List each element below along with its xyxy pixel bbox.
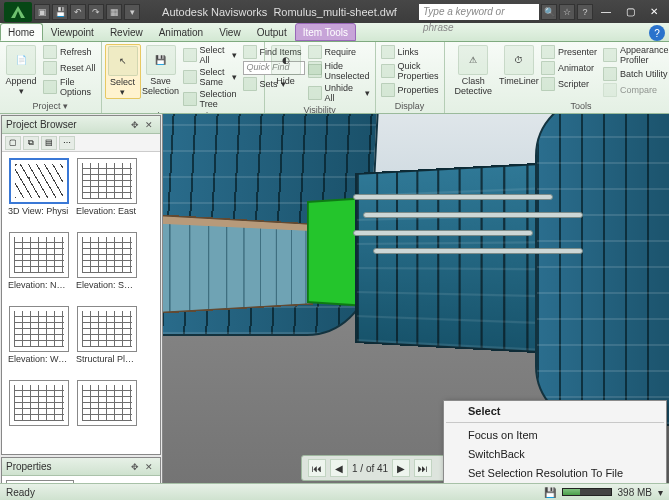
context-menu-item[interactable]: SwitchBack — [444, 444, 666, 463]
nav-prev-icon[interactable]: ◀ — [330, 459, 348, 477]
unhide-all-button[interactable]: Unhide All ▾ — [306, 82, 372, 104]
tab-home[interactable]: Home — [0, 23, 43, 41]
animator-button[interactable]: Animator — [539, 60, 599, 76]
close-button[interactable]: ✕ — [643, 4, 665, 20]
status-bar: Ready 💾 398 MB ▾ — [0, 483, 669, 500]
nav-last-icon[interactable]: ⏭ — [414, 459, 432, 477]
status-text: Ready — [6, 487, 35, 498]
file-options-button[interactable]: File Options — [41, 76, 98, 98]
context-menu-header: Select — [444, 401, 666, 420]
scripter-button[interactable]: Scripter — [539, 76, 599, 92]
window-title: Autodesk Navisworks Romulus_multi-sheet.… — [140, 6, 419, 18]
memory-text: 398 MB — [618, 487, 652, 498]
sheet-thumbnail[interactable]: Elevation: East — [76, 158, 138, 226]
nav-first-icon[interactable]: ⏮ — [308, 459, 326, 477]
refresh-button[interactable]: Refresh — [41, 44, 98, 60]
ribbon-tab-strip: Home Viewpoint Review Animation View Out… — [0, 23, 669, 42]
sheet-thumbnail[interactable]: Structural Plan… — [76, 306, 138, 374]
save-selection-button[interactable]: 💾Save Selection — [143, 44, 179, 97]
minimize-button[interactable]: — — [595, 4, 617, 20]
select-button[interactable]: ↖Select▾ — [105, 44, 141, 99]
qat-save-icon[interactable]: 💾 — [52, 4, 68, 20]
select-same-button[interactable]: Select Same ▾ — [181, 66, 239, 88]
hide-unselected-button[interactable]: Hide Unselected — [306, 60, 372, 82]
qat-undo-icon[interactable]: ↶ — [70, 4, 86, 20]
status-disk-icon: 💾 — [544, 487, 556, 498]
qat-redo-icon[interactable]: ↷ — [88, 4, 104, 20]
sheet-grid: 3D View: PhysiElevation: EastElevation: … — [2, 152, 160, 454]
compare-button[interactable]: Compare — [601, 82, 669, 98]
browser-tool-4[interactable]: ⋯ — [59, 136, 75, 150]
tab-output[interactable]: Output — [249, 23, 295, 41]
tab-viewpoint[interactable]: Viewpoint — [43, 23, 102, 41]
model-low-wing — [163, 211, 313, 317]
3d-viewport[interactable]: SelectFocus on ItemSwitchBackSet Selecti… — [163, 114, 669, 483]
ribbon-help-icon[interactable]: ? — [649, 25, 665, 41]
sheet-thumbnail[interactable]: 3D View: Physi — [8, 158, 70, 226]
quick-properties-button[interactable]: Quick Properties — [379, 60, 441, 82]
context-menu-item[interactable]: Set Selection Resolution To Layer — [444, 482, 666, 483]
tab-animation[interactable]: Animation — [151, 23, 211, 41]
properties-title: Properties — [6, 461, 52, 472]
nav-next-icon[interactable]: ▶ — [392, 459, 410, 477]
sheet-thumbnail[interactable]: Elevation: West — [8, 306, 70, 374]
clash-detective-button[interactable]: ⚠Clash Detective — [448, 44, 499, 97]
presenter-button[interactable]: Presenter — [539, 44, 599, 60]
tab-item-tools[interactable]: Item Tools — [295, 23, 356, 41]
sheet-thumbnail[interactable] — [76, 380, 138, 448]
select-all-button[interactable]: Select All ▾ — [181, 44, 239, 66]
require-button[interactable]: Require — [306, 44, 372, 60]
browser-tool-1[interactable]: ▢ — [5, 136, 21, 150]
project-browser-panel: Project Browser✥✕ ▢ ⧉ ▤ ⋯ 3D View: Physi… — [1, 115, 161, 455]
context-menu-item[interactable]: Focus on Item — [444, 425, 666, 444]
links-button[interactable]: Links — [379, 44, 441, 60]
memory-bar — [562, 488, 612, 496]
reset-all-button[interactable]: Reset All — [41, 60, 98, 76]
timeliner-button[interactable]: ⏱TimeLiner — [501, 44, 537, 87]
left-panel-column: Project Browser✥✕ ▢ ⧉ ▤ ⋯ 3D View: Physi… — [0, 114, 163, 483]
maximize-button[interactable]: ▢ — [619, 4, 641, 20]
browser-tool-3[interactable]: ▤ — [41, 136, 57, 150]
context-menu: SelectFocus on ItemSwitchBackSet Selecti… — [443, 400, 667, 483]
qat-select-icon[interactable]: ▦ — [106, 4, 122, 20]
browser-tool-2[interactable]: ⧉ — [23, 136, 39, 150]
ribbon: 📄Append▾ Refresh Reset All File Options … — [0, 42, 669, 114]
nav-page-indicator: 1 / of 41 — [352, 463, 388, 474]
props-pin-icon[interactable]: ✥ — [128, 460, 142, 474]
appearance-profiler-button[interactable]: Appearance Profiler — [601, 44, 669, 66]
properties-button[interactable]: Properties — [379, 82, 441, 98]
tab-review[interactable]: Review — [102, 23, 151, 41]
browser-toolbar: ▢ ⧉ ▤ ⋯ — [2, 134, 160, 152]
selection-tree-button[interactable]: Selection Tree — [181, 88, 239, 110]
hide-button[interactable]: ◐Hide — [268, 44, 304, 87]
app-logo[interactable] — [4, 2, 32, 22]
sheet-thumbnail[interactable] — [8, 380, 70, 448]
help-icon[interactable]: ? — [577, 4, 593, 20]
status-more-icon[interactable]: ▾ — [658, 487, 663, 498]
sheet-thumbnail[interactable]: Elevation: South — [76, 232, 138, 300]
panel-close-icon[interactable]: ✕ — [142, 118, 156, 132]
search-icon[interactable]: 🔍 — [541, 4, 557, 20]
props-close-icon[interactable]: ✕ — [142, 460, 156, 474]
panel-pin-icon[interactable]: ✥ — [128, 118, 142, 132]
model-pipes — [353, 184, 613, 314]
append-button[interactable]: 📄Append▾ — [3, 44, 39, 97]
qat-open-icon[interactable]: ▣ — [34, 4, 50, 20]
title-bar: ▣ 💾 ↶ ↷ ▦ ▾ Autodesk Navisworks Romulus_… — [0, 0, 669, 23]
context-menu-item[interactable]: Set Selection Resolution To File — [444, 463, 666, 482]
batch-utility-button[interactable]: Batch Utility — [601, 66, 669, 82]
tab-view[interactable]: View — [211, 23, 249, 41]
sheet-thumbnail[interactable]: Elevation: North — [8, 232, 70, 300]
qat-more-icon[interactable]: ▾ — [124, 4, 140, 20]
help-search-input[interactable]: Type a keyword or phrase — [419, 4, 539, 20]
infocenter-icon[interactable]: ☆ — [559, 4, 575, 20]
project-browser-title: Project Browser — [6, 119, 77, 130]
